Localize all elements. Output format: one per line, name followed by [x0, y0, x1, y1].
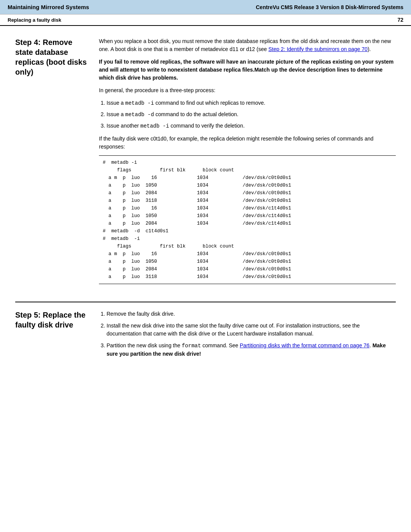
step5-heading: Step 5: Replace the faulty disk drive [15, 310, 99, 362]
step2-link[interactable]: Step 2: Identify the submirrors on page … [268, 46, 368, 52]
step4-intro-end: ). [368, 46, 371, 52]
step5-body: Remove the faulty disk drive. Install th… [99, 310, 396, 362]
step4-intro-para: When you replace a boot disk, you must r… [99, 37, 396, 53]
step4-example-intro: If the faulty disk were c0t1d0, for exam… [99, 135, 396, 151]
step5-step3-after-link: . [370, 342, 373, 348]
header-title-left: Maintaining Mirrored Systems [8, 4, 89, 10]
step5-steps-list: Remove the faulty disk drive. Install th… [107, 310, 396, 358]
page-number: 72 [397, 17, 403, 23]
step4-steps-list: Issue a metadb -i command to find out wh… [107, 99, 396, 130]
step4-section: Step 4: Remove state database replicas (… [15, 37, 396, 290]
subheader-section-label: Replacing a faulty disk [8, 17, 61, 23]
step4-warning: If you fail to remove old replicas, the … [99, 58, 396, 82]
step5-step1-text: Remove the faulty disk drive. [107, 311, 175, 317]
step5-step3-before-link: Partition the new disk using the format … [107, 342, 240, 348]
procedure-intro: In general, the procedure is a three-ste… [99, 86, 396, 94]
step5-step1: Remove the faulty disk drive. [107, 310, 396, 318]
step5-step3: Partition the new disk using the format … [107, 342, 396, 358]
main-content: Step 4: Remove state database replicas (… [0, 26, 411, 373]
page-header: Maintaining Mirrored Systems CentreVu CM… [0, 0, 411, 14]
step4-heading: Step 4: Remove state database replicas (… [15, 37, 99, 290]
step4-code-block: # metadb -i flags first blk block count … [99, 155, 396, 284]
partitioning-link[interactable]: Partitioning disks with the format comma… [240, 342, 370, 348]
step5-section: Step 5: Replace the faulty disk drive Re… [15, 302, 396, 362]
step4-step3: Issue another metadb -i command to verif… [107, 122, 396, 130]
step5-step2: Install the new disk drive into the same… [107, 322, 396, 338]
step4-step1: Issue a metadb -i command to find out wh… [107, 99, 396, 107]
step4-step2: Issue a metadb -d command to do the actu… [107, 110, 396, 119]
step4-body: When you replace a boot disk, you must r… [99, 37, 396, 290]
header-title-right: CentreVu CMS Release 3 Version 8 Disk-Mi… [256, 4, 403, 10]
step5-title: Step 5: Replace the faulty disk drive [15, 310, 88, 330]
step5-step2-text: Install the new disk drive into the same… [107, 323, 360, 337]
page-subheader: Replacing a faulty disk 72 [0, 14, 411, 26]
step4-title: Step 4: Remove state database replicas (… [15, 37, 88, 77]
